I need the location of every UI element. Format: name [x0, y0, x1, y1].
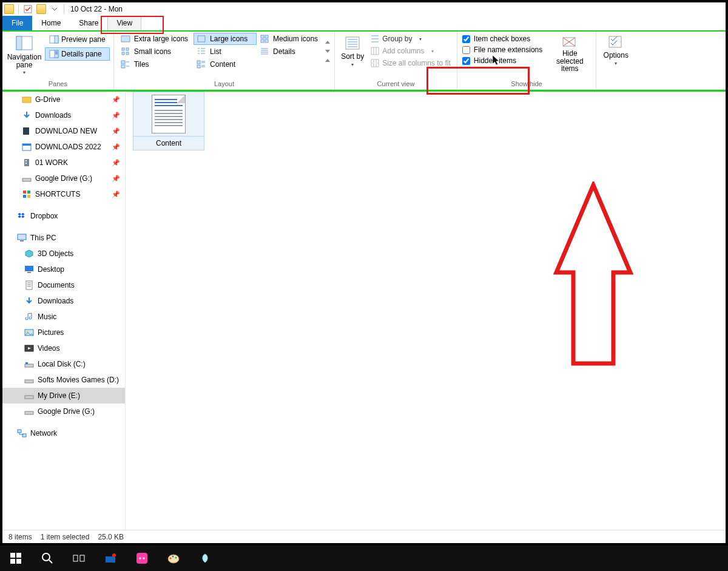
nav-localdisk-c[interactable]: Local Disk (C:) [2, 356, 125, 372]
navigation-pane-button[interactable]: Navigation pane ▾ [6, 33, 42, 76]
svg-rect-36 [18, 234, 26, 240]
svg-rect-15 [197, 61, 200, 64]
layout-scroll-down[interactable] [325, 49, 331, 53]
svg-rect-27 [22, 144, 31, 146]
nav-gdrive[interactable]: G-Drive📌 [2, 92, 125, 107]
layout-content[interactable]: Content [194, 58, 257, 70]
svg-rect-17 [261, 35, 264, 38]
nav-documents[interactable]: Documents [2, 277, 125, 293]
status-size: 25.0 KB [98, 533, 124, 541]
cursor-icon [492, 55, 502, 67]
cube-icon [24, 249, 34, 258]
taskbar-app-1[interactable] [98, 546, 123, 571]
taskbar [0, 546, 728, 571]
svg-rect-34 [23, 195, 26, 198]
svg-rect-48 [25, 411, 33, 414]
svg-rect-51 [10, 553, 15, 558]
nav-drive-e[interactable]: My Drive (E:) [2, 388, 125, 404]
nav-drive-g[interactable]: Google Drive (G:) [2, 404, 125, 419]
svg-rect-14 [198, 36, 205, 42]
svg-rect-25 [23, 127, 29, 135]
sort-by-button[interactable]: Sort by▾ [339, 33, 366, 69]
layout-small-icons[interactable]: Small icons [118, 46, 194, 58]
svg-rect-10 [122, 52, 124, 55]
file-item-content[interactable]: Content [133, 92, 204, 150]
tab-file[interactable]: File [2, 16, 32, 30]
network-icon [17, 428, 27, 438]
layout-large-icons[interactable]: Large icons [194, 33, 257, 45]
status-items: 8 items [8, 533, 32, 541]
details-pane-button[interactable]: Details pane [45, 47, 110, 61]
file-name-extensions[interactable]: File name extensions [461, 45, 544, 55]
content-pane[interactable]: Content [126, 92, 726, 530]
nav-01work[interactable]: 01 WORK📌 [2, 155, 125, 171]
documents-icon [24, 280, 34, 290]
nav-3d[interactable]: 3D Objects [2, 246, 125, 262]
pictures-icon [24, 328, 34, 337]
tab-home[interactable]: Home [32, 16, 70, 30]
layout-expand[interactable] [325, 57, 331, 63]
hide-selected-items-button[interactable]: Hide selected items [547, 33, 592, 74]
nav-drive-d[interactable]: Softs Movies Games (D:) [2, 372, 125, 388]
search-button[interactable] [35, 546, 59, 571]
svg-point-59 [112, 553, 116, 557]
nav-this-pc[interactable]: This PC [2, 230, 125, 246]
layout-scroll-up[interactable] [325, 40, 331, 45]
file-item-label: Content [133, 137, 204, 150]
svg-rect-46 [25, 380, 33, 383]
svg-rect-60 [136, 553, 147, 564]
nav-gdrive-g[interactable]: Google Drive (G:)📌 [2, 171, 125, 186]
qat-newfolder[interactable] [36, 4, 47, 15]
nav-shortcuts[interactable]: SHORTCUTS📌 [2, 186, 125, 202]
navigation-pane: G-Drive📌 Downloads📌 DOWNLOAD NEW📌 DOWNLO… [2, 92, 126, 530]
nav-downloads-qa[interactable]: Downloads📌 [2, 107, 125, 123]
nav-network[interactable]: Network [2, 425, 125, 441]
qat-properties[interactable] [22, 4, 33, 15]
nav-pictures[interactable]: Pictures [2, 325, 125, 340]
svg-rect-47 [25, 396, 33, 399]
svg-point-66 [175, 557, 177, 559]
taskbar-app-2[interactable] [130, 546, 154, 571]
svg-rect-49 [18, 430, 21, 433]
taskbar-app-paint[interactable] [161, 546, 186, 571]
nav-videos[interactable]: Videos [2, 340, 125, 356]
svg-rect-13 [121, 65, 125, 68]
task-view-button[interactable] [67, 546, 91, 571]
nav-download-new[interactable]: DOWNLOAD NEW📌 [2, 123, 125, 139]
details-pane-icon [49, 49, 59, 59]
svg-rect-45 [25, 362, 28, 364]
start-button[interactable] [4, 546, 28, 571]
nav-music[interactable]: Music [2, 309, 125, 325]
svg-rect-7 [121, 36, 130, 42]
layout-tiles[interactable]: Tiles [118, 58, 194, 70]
layout-details[interactable]: Details [257, 46, 323, 58]
videos-icon [24, 343, 34, 353]
book-icon [22, 126, 32, 136]
group-by-button[interactable]: Group by ▾ [368, 33, 453, 45]
size-columns-button[interactable]: Size all columns to fit [368, 57, 453, 69]
svg-rect-12 [121, 61, 125, 64]
nav-downloads-2022[interactable]: DOWNLOADS 2022📌 [2, 139, 125, 155]
add-columns-button[interactable]: Add columns ▾ [368, 45, 453, 57]
qat-dropdown[interactable] [49, 4, 60, 15]
drive-icon [22, 174, 32, 183]
layout-list[interactable]: List [194, 46, 257, 58]
layout-extra-large-icons[interactable]: Extra large icons [118, 33, 194, 45]
taskbar-app-3[interactable] [193, 546, 217, 571]
nav-downloads[interactable]: Downloads [2, 293, 125, 309]
layout-group-label: Layout [118, 80, 331, 87]
music-icon [24, 312, 34, 322]
panes-group-label: Panes [6, 80, 110, 87]
hidden-items[interactable]: Hidden items [461, 56, 544, 66]
nav-desktop[interactable]: Desktop [2, 262, 125, 277]
item-check-boxes[interactable]: Item check boxes [461, 34, 544, 44]
svg-rect-19 [261, 39, 264, 42]
layout-medium-icons[interactable]: Medium icons [257, 33, 323, 45]
tab-share[interactable]: Share [70, 16, 107, 30]
nav-dropbox[interactable]: Dropbox [2, 208, 125, 224]
window-title: 10 Oct 22 - Mon [70, 5, 123, 13]
options-button[interactable]: Options▾ [600, 33, 632, 67]
tab-view[interactable]: View [107, 16, 141, 30]
preview-pane-button[interactable]: Preview pane [45, 33, 110, 46]
pc-icon [17, 233, 27, 243]
